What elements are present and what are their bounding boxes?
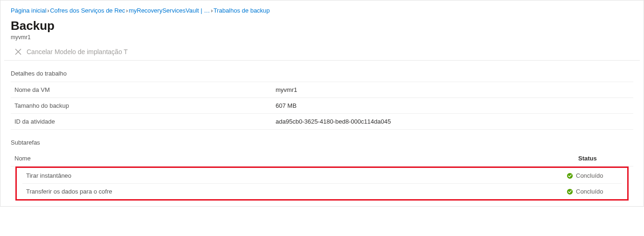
details-label: Nome da VM [14, 86, 276, 93]
breadcrumb: Página inicial › Cofres dos Serviços de … [0, 0, 644, 16]
breadcrumb-item-jobs[interactable]: Trabalhos de backup [214, 7, 270, 14]
highlight-annotation: Tirar instantâneo Concluído Transferir o… [15, 167, 629, 201]
toolbar: Cancelar Modelo de implantação T [4, 42, 640, 61]
details-value: 607 MB [276, 102, 297, 109]
chevron-right-icon: › [126, 7, 128, 14]
subtask-row: Transferir os dados para o cofre Concluí… [22, 184, 622, 199]
details-section-label: Detalhes do trabalho [0, 61, 644, 82]
details-label: Tamanho do backup [14, 102, 276, 109]
page-title: Backup [11, 19, 633, 33]
breadcrumb-item-home[interactable]: Página inicial [11, 7, 47, 14]
subtasks-section-label: Subtarefas [0, 130, 644, 151]
subtask-name: Tirar instantâneo [26, 172, 567, 179]
subtask-status: Concluído [567, 188, 618, 195]
breadcrumb-item-vaults[interactable]: Cofres dos Serviços de Rec [50, 7, 125, 14]
page-container: Página inicial › Cofres dos Serviços de … [0, 0, 644, 207]
cancel-button-label[interactable]: Cancelar Modelo de implantação T [27, 48, 128, 56]
details-value: myvmr1 [276, 86, 297, 93]
details-label: ID da atividade [14, 118, 276, 125]
page-header: Backup myvmr1 [0, 16, 644, 42]
details-value: ada95cb0-3625-4180-bed8-000c114da045 [276, 118, 391, 125]
subtask-name: Transferir os dados para o cofre [26, 188, 567, 195]
subtask-status-text: Concluído [576, 188, 603, 195]
details-row-vm-name: Nome da VM myvmr1 [11, 82, 633, 98]
subtask-status: Concluído [567, 172, 618, 179]
subtask-status-text: Concluído [576, 172, 603, 179]
close-icon[interactable] [14, 48, 22, 56]
svg-point-1 [567, 188, 573, 194]
details-row-activity-id: ID da atividade ada95cb0-3625-4180-bed8-… [11, 114, 633, 130]
chevron-right-icon: › [47, 7, 49, 14]
success-icon [567, 173, 573, 179]
page-subtitle: myvmr1 [11, 34, 633, 41]
success-icon [567, 188, 573, 195]
chevron-right-icon: › [211, 7, 213, 14]
subtasks-table: Nome Status Tirar instantâneo Concluído [11, 151, 633, 201]
subtask-row: Tirar instantâneo Concluído [22, 168, 622, 184]
column-header-name[interactable]: Nome [14, 155, 578, 162]
column-header-status[interactable]: Status [578, 155, 630, 162]
subtasks-header-row: Nome Status [11, 151, 633, 167]
svg-point-0 [567, 173, 573, 178]
details-table: Nome da VM myvmr1 Tamanho do backup 607 … [11, 82, 633, 130]
details-row-backup-size: Tamanho do backup 607 MB [11, 98, 633, 114]
breadcrumb-item-vault[interactable]: myRecoveryServicesVault | … [129, 7, 210, 14]
